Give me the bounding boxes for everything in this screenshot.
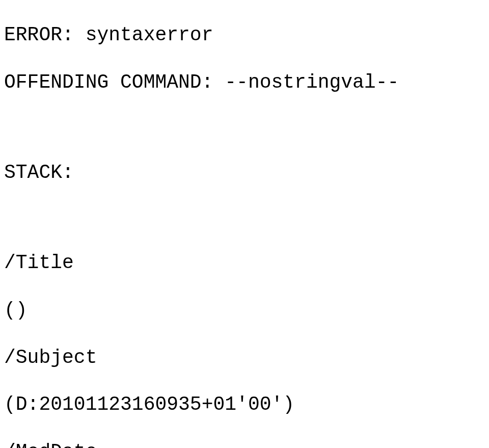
error-line: ERROR: syntaxerror	[4, 23, 485, 47]
offending-command-line: OFFENDING COMMAND: --nostringval--	[4, 71, 485, 94]
title-value-line: ()	[4, 299, 485, 322]
moddate-key-line: /ModDate	[4, 440, 485, 448]
blank-line	[4, 208, 485, 228]
subject-value-line: (D:20101123160935+01'00')	[4, 393, 485, 416]
subject-key-line: /Subject	[4, 346, 485, 370]
stack-header-line: STACK:	[4, 161, 485, 185]
error-output-block: ERROR: syntaxerror OFFENDING COMMAND: --…	[0, 0, 489, 448]
blank-line	[4, 118, 485, 138]
title-key-line: /Title	[4, 251, 485, 275]
